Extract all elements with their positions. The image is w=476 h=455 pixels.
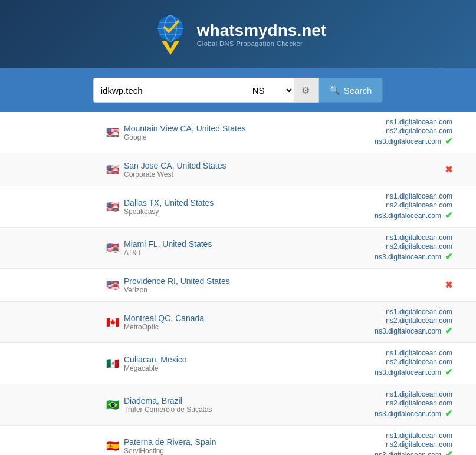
status-check-icon: ✔ <box>445 136 452 147</box>
dns-server-link[interactable]: ns3.digitalocean.com <box>375 410 441 418</box>
table-row: 🇲🇽Culiacan, MexicoMegacablens1.digitaloc… <box>0 343 476 384</box>
isp-name: Google <box>124 133 246 141</box>
record-type-select[interactable]: NS A AAAA CNAME MX SOA SRV TXT <box>247 78 294 103</box>
dns-row: ns1.digitalocean.com <box>386 349 452 357</box>
isp-name: Trufer Comercio de Sucatas <box>124 405 212 414</box>
dns-server-link[interactable]: ns1.digitalocean.com <box>386 431 452 440</box>
search-bar: NS A AAAA CNAME MX SOA SRV TXT ⚙ 🔍 Searc… <box>0 68 476 112</box>
location-details: Diadema, BrazilTrufer Comercio de Sucata… <box>124 396 212 414</box>
dns-server-link[interactable]: ns3.digitalocean.com <box>375 137 441 146</box>
isp-name: AT&T <box>124 249 212 257</box>
dns-results: ns1.digitalocean.comns2.digitalocean.com… <box>323 390 452 419</box>
dns-server-link[interactable]: ns2.digitalocean.com <box>386 201 452 209</box>
search-input[interactable] <box>93 78 247 103</box>
table-row: 🇨🇦Montreal QC, CanadaMetroOpticns1.digit… <box>0 302 476 343</box>
dns-row: ns3.digitalocean.com✔ <box>375 367 452 378</box>
dns-server-link[interactable]: ns2.digitalocean.com <box>386 316 452 325</box>
location-name[interactable]: Diadema, Brazil <box>124 396 212 405</box>
dns-results: ns1.digitalocean.comns2.digitalocean.com… <box>323 431 452 455</box>
dns-server-link[interactable]: ns1.digitalocean.com <box>386 308 452 316</box>
svg-marker-5 <box>162 41 179 55</box>
dns-server-link[interactable]: ns2.digitalocean.com <box>386 440 452 449</box>
table-row: 🇺🇸Mountain View CA, United StatesGooglen… <box>0 112 476 153</box>
location-info: 🇺🇸San Jose CA, United StatesCorporate We… <box>106 161 323 179</box>
search-button[interactable]: 🔍 Search <box>319 78 383 103</box>
dns-server-link[interactable]: ns3.digitalocean.com <box>375 368 441 377</box>
dns-server-link[interactable]: ns2.digitalocean.com <box>386 127 452 135</box>
dns-server-link[interactable]: ns1.digitalocean.com <box>386 118 452 126</box>
location-name[interactable]: Dallas TX, United States <box>124 198 214 207</box>
dns-row: ns2.digitalocean.com <box>386 440 452 449</box>
location-name[interactable]: San Jose CA, United States <box>124 161 226 170</box>
settings-button[interactable]: ⚙ <box>294 78 319 103</box>
dns-row: ns1.digitalocean.com <box>386 233 452 242</box>
dns-server-link[interactable]: ns2.digitalocean.com <box>386 242 452 250</box>
logo-text: whatsmydns.net Global DNS Propagation Ch… <box>197 21 326 47</box>
flag-icon: 🇨🇦 <box>106 317 119 328</box>
search-label: Search <box>344 85 372 95</box>
dns-row: ns3.digitalocean.com✔ <box>375 210 452 221</box>
dns-row: ns1.digitalocean.com <box>386 390 452 398</box>
flag-icon: 🇺🇸 <box>106 243 119 253</box>
dns-server-link[interactable]: ns1.digitalocean.com <box>386 233 452 242</box>
table-row: 🇺🇸Dallas TX, United StatesSpeakeasyns1.d… <box>0 186 476 228</box>
location-details: Montreal QC, CanadaMetroOptic <box>124 314 204 331</box>
dns-server-link[interactable]: ns3.digitalocean.com <box>375 253 441 261</box>
location-info: 🇺🇸Providence RI, United StatesVerizon <box>106 276 323 294</box>
flag-icon: 🇺🇸 <box>106 164 119 175</box>
dns-row: ns1.digitalocean.com <box>386 192 452 200</box>
isp-name: Verizon <box>124 286 230 294</box>
location-info: 🇧🇷Diadema, BrazilTrufer Comercio de Suca… <box>106 396 323 414</box>
dns-row: ns2.digitalocean.com <box>386 399 452 407</box>
dns-server-link[interactable]: ns3.digitalocean.com <box>375 327 441 335</box>
flag-icon: 🇪🇸 <box>106 441 119 451</box>
location-details: Culiacan, MexicoMegacable <box>124 355 187 372</box>
status-check-icon: ✔ <box>445 210 452 221</box>
dns-results: ns1.digitalocean.comns2.digitalocean.com… <box>323 192 452 221</box>
dns-row: ns1.digitalocean.com <box>386 308 452 316</box>
status-check-icon: ✔ <box>445 367 452 378</box>
isp-name: Megacable <box>124 364 187 372</box>
location-name[interactable]: Miami FL, United States <box>124 239 212 249</box>
isp-name: ServiHosting <box>124 447 216 455</box>
flag-icon: 🇺🇸 <box>106 127 119 138</box>
dns-results: ✖ <box>323 279 452 291</box>
location-name[interactable]: Mountain View CA, United States <box>124 124 246 133</box>
flag-icon: 🇺🇸 <box>106 280 119 291</box>
dns-row: ns2.digitalocean.com <box>386 358 452 366</box>
location-details: Miami FL, United StatesAT&T <box>124 239 212 257</box>
status-check-icon: ✔ <box>445 325 452 337</box>
dns-server-link[interactable]: ns1.digitalocean.com <box>386 390 452 398</box>
location-name[interactable]: Paterna de Rivera, Spain <box>124 437 216 447</box>
dns-server-link[interactable]: ns3.digitalocean.com <box>375 451 441 456</box>
dns-row: ns2.digitalocean.com <box>386 242 452 250</box>
gear-icon: ⚙ <box>301 85 310 96</box>
logo-icon <box>150 11 191 58</box>
location-name[interactable]: Montreal QC, Canada <box>124 314 204 323</box>
dns-server-link[interactable]: ns2.digitalocean.com <box>386 399 452 407</box>
logo-subtitle: Global DNS Propagation Checker <box>197 40 326 47</box>
table-row: 🇪🇸Paterna de Rivera, SpainServiHostingns… <box>0 426 476 455</box>
table-row: 🇺🇸Providence RI, United StatesVerizon✖ <box>0 269 476 302</box>
dns-results: ns1.digitalocean.comns2.digitalocean.com… <box>323 308 452 337</box>
dns-server-link[interactable]: ns1.digitalocean.com <box>386 192 452 200</box>
location-info: 🇲🇽Culiacan, MexicoMegacable <box>106 355 323 372</box>
location-info: 🇪🇸Paterna de Rivera, SpainServiHosting <box>106 437 323 455</box>
dns-server-link[interactable]: ns1.digitalocean.com <box>386 349 452 357</box>
location-details: Paterna de Rivera, SpainServiHosting <box>124 437 216 455</box>
dns-results: ✖ <box>323 164 452 175</box>
table-row: 🇺🇸San Jose CA, United StatesCorporate We… <box>0 153 476 186</box>
location-name[interactable]: Culiacan, Mexico <box>124 355 187 364</box>
logo-container: whatsmydns.net Global DNS Propagation Ch… <box>150 11 326 58</box>
dns-server-link[interactable]: ns3.digitalocean.com <box>375 212 441 220</box>
location-details: Mountain View CA, United StatesGoogle <box>124 124 246 141</box>
header: whatsmydns.net Global DNS Propagation Ch… <box>0 0 476 68</box>
status-check-icon: ✔ <box>445 251 452 262</box>
isp-name: Corporate West <box>124 170 226 179</box>
dns-server-link[interactable]: ns2.digitalocean.com <box>386 358 452 366</box>
location-name[interactable]: Providence RI, United States <box>124 276 230 286</box>
no-results: ✖ <box>323 164 452 175</box>
dns-row: ns3.digitalocean.com✔ <box>375 449 452 455</box>
table-row: 🇺🇸Miami FL, United StatesAT&Tns1.digital… <box>0 228 476 269</box>
table-row: 🇧🇷Diadema, BrazilTrufer Comercio de Suca… <box>0 384 476 426</box>
